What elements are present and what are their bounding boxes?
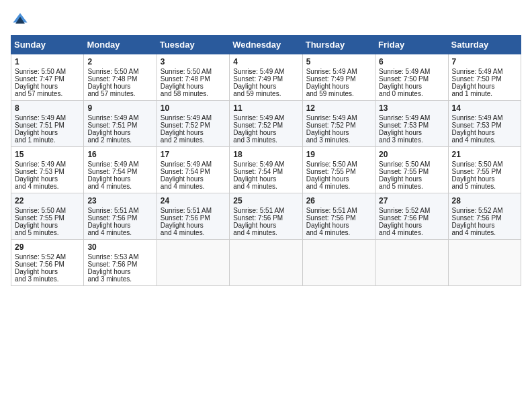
sunset-text: Sunset: 7:48 PM bbox=[161, 75, 226, 83]
table-row: 14Sunrise: 5:49 AMSunset: 7:53 PMDayligh… bbox=[448, 101, 521, 147]
sunset-text: Sunset: 7:54 PM bbox=[87, 168, 152, 175]
sunrise-text: Sunrise: 5:51 AM bbox=[306, 207, 371, 214]
table-row: 20Sunrise: 5:50 AMSunset: 7:55 PMDayligh… bbox=[375, 147, 448, 193]
daylight-text: Daylight hours bbox=[161, 175, 226, 183]
table-row: 24Sunrise: 5:51 AMSunset: 7:56 PMDayligh… bbox=[157, 193, 229, 240]
day-number: 9 bbox=[87, 103, 152, 113]
daylight-text: Daylight hours bbox=[15, 129, 80, 136]
day-number: 1 bbox=[15, 57, 80, 66]
day-number: 30 bbox=[87, 242, 152, 252]
sunset-text: Sunset: 7:56 PM bbox=[233, 214, 298, 222]
sunset-text: Sunset: 7:55 PM bbox=[15, 214, 80, 222]
day-number: 29 bbox=[15, 242, 80, 252]
day-number: 17 bbox=[161, 150, 226, 159]
daylight-minutes: and 4 minutes. bbox=[306, 229, 371, 236]
daylight-text: Daylight hours bbox=[15, 268, 80, 275]
daylight-minutes: and 4 minutes. bbox=[87, 229, 152, 236]
sunrise-text: Sunrise: 5:49 AM bbox=[306, 68, 371, 75]
table-row bbox=[448, 240, 521, 286]
sunrise-text: Sunrise: 5:50 AM bbox=[15, 207, 80, 214]
sunrise-text: Sunrise: 5:49 AM bbox=[233, 114, 298, 122]
daylight-minutes: and 4 minutes. bbox=[379, 229, 444, 236]
day-number: 14 bbox=[452, 103, 517, 113]
sunset-text: Sunset: 7:54 PM bbox=[233, 168, 298, 175]
sunrise-text: Sunrise: 5:49 AM bbox=[233, 161, 298, 168]
daylight-minutes: and 59 minutes. bbox=[233, 90, 298, 97]
table-row: 28Sunrise: 5:52 AMSunset: 7:56 PMDayligh… bbox=[448, 193, 521, 240]
table-row: 25Sunrise: 5:51 AMSunset: 7:56 PMDayligh… bbox=[230, 193, 302, 240]
day-number: 28 bbox=[452, 196, 517, 205]
sunrise-text: Sunrise: 5:49 AM bbox=[233, 68, 298, 75]
day-number: 19 bbox=[306, 150, 371, 159]
day-number: 22 bbox=[15, 196, 80, 205]
sunrise-text: Sunrise: 5:49 AM bbox=[87, 161, 152, 168]
daylight-text: Daylight hours bbox=[15, 222, 80, 229]
table-row: 18Sunrise: 5:49 AMSunset: 7:54 PMDayligh… bbox=[230, 147, 302, 193]
sunset-text: Sunset: 7:55 PM bbox=[379, 168, 444, 175]
sunset-text: Sunset: 7:56 PM bbox=[161, 214, 226, 222]
daylight-text: Daylight hours bbox=[306, 83, 371, 90]
sunset-text: Sunset: 7:56 PM bbox=[379, 214, 444, 222]
table-row bbox=[157, 240, 229, 286]
sunrise-text: Sunrise: 5:49 AM bbox=[87, 114, 152, 122]
daylight-text: Daylight hours bbox=[452, 222, 517, 229]
sunrise-text: Sunrise: 5:49 AM bbox=[452, 114, 517, 122]
table-row: 26Sunrise: 5:51 AMSunset: 7:56 PMDayligh… bbox=[302, 193, 375, 240]
table-row: 22Sunrise: 5:50 AMSunset: 7:55 PMDayligh… bbox=[11, 193, 84, 240]
sunrise-text: Sunrise: 5:49 AM bbox=[15, 161, 80, 168]
table-row: 9Sunrise: 5:49 AMSunset: 7:51 PMDaylight… bbox=[84, 101, 157, 147]
sunrise-text: Sunrise: 5:49 AM bbox=[306, 114, 371, 122]
daylight-minutes: and 4 minutes. bbox=[452, 229, 517, 236]
day-number: 15 bbox=[15, 150, 80, 159]
sunset-text: Sunset: 7:54 PM bbox=[161, 168, 226, 175]
sunset-text: Sunset: 7:50 PM bbox=[379, 75, 444, 83]
daylight-text: Daylight hours bbox=[87, 222, 152, 229]
daylight-minutes: and 57 minutes. bbox=[15, 90, 80, 97]
header-friday: Friday bbox=[375, 36, 448, 54]
daylight-minutes: and 4 minutes. bbox=[233, 183, 298, 190]
daylight-text: Daylight hours bbox=[379, 222, 444, 229]
sunrise-text: Sunrise: 5:50 AM bbox=[452, 161, 517, 168]
table-row: 4Sunrise: 5:49 AMSunset: 7:49 PMDaylight… bbox=[230, 54, 302, 101]
day-number: 4 bbox=[233, 57, 298, 66]
day-number: 21 bbox=[452, 150, 517, 159]
daylight-text: Daylight hours bbox=[452, 83, 517, 90]
sunset-text: Sunset: 7:56 PM bbox=[87, 214, 152, 222]
day-number: 25 bbox=[233, 196, 298, 205]
header-saturday: Saturday bbox=[448, 36, 521, 54]
sunrise-text: Sunrise: 5:52 AM bbox=[452, 207, 517, 214]
sunrise-text: Sunrise: 5:51 AM bbox=[161, 207, 226, 214]
daylight-minutes: and 58 minutes. bbox=[161, 90, 226, 97]
page-header bbox=[11, 11, 521, 30]
sunrise-text: Sunrise: 5:49 AM bbox=[15, 114, 80, 122]
calendar: Sunday Monday Tuesday Wednesday Thursday… bbox=[11, 35, 521, 286]
sunrise-text: Sunrise: 5:52 AM bbox=[15, 253, 80, 261]
day-number: 7 bbox=[452, 57, 517, 66]
table-row: 12Sunrise: 5:49 AMSunset: 7:52 PMDayligh… bbox=[302, 101, 375, 147]
table-row: 23Sunrise: 5:51 AMSunset: 7:56 PMDayligh… bbox=[84, 193, 157, 240]
daylight-minutes: and 5 minutes. bbox=[452, 183, 517, 190]
sunset-text: Sunset: 7:53 PM bbox=[15, 168, 80, 175]
table-row: 21Sunrise: 5:50 AMSunset: 7:55 PMDayligh… bbox=[448, 147, 521, 193]
day-number: 6 bbox=[379, 57, 444, 66]
sunset-text: Sunset: 7:47 PM bbox=[15, 75, 80, 83]
sunset-text: Sunset: 7:56 PM bbox=[306, 214, 371, 222]
sunset-text: Sunset: 7:51 PM bbox=[87, 122, 152, 129]
table-row: 8Sunrise: 5:49 AMSunset: 7:51 PMDaylight… bbox=[11, 101, 84, 147]
daylight-text: Daylight hours bbox=[87, 129, 152, 136]
table-row: 3Sunrise: 5:50 AMSunset: 7:48 PMDaylight… bbox=[157, 54, 229, 101]
daylight-minutes: and 57 minutes. bbox=[87, 90, 152, 97]
day-number: 23 bbox=[87, 196, 152, 205]
daylight-minutes: and 4 minutes. bbox=[452, 136, 517, 144]
daylight-minutes: and 3 minutes. bbox=[15, 275, 80, 283]
daylight-minutes: and 4 minutes. bbox=[233, 229, 298, 236]
table-row: 11Sunrise: 5:49 AMSunset: 7:52 PMDayligh… bbox=[230, 101, 302, 147]
daylight-minutes: and 4 minutes. bbox=[161, 183, 226, 190]
daylight-minutes: and 3 minutes. bbox=[379, 136, 444, 144]
sunset-text: Sunset: 7:52 PM bbox=[161, 122, 226, 129]
table-row: 2Sunrise: 5:50 AMSunset: 7:48 PMDaylight… bbox=[84, 54, 157, 101]
logo bbox=[11, 11, 32, 30]
table-row: 10Sunrise: 5:49 AMSunset: 7:52 PMDayligh… bbox=[157, 101, 229, 147]
sunset-text: Sunset: 7:50 PM bbox=[452, 75, 517, 83]
daylight-text: Daylight hours bbox=[233, 175, 298, 183]
